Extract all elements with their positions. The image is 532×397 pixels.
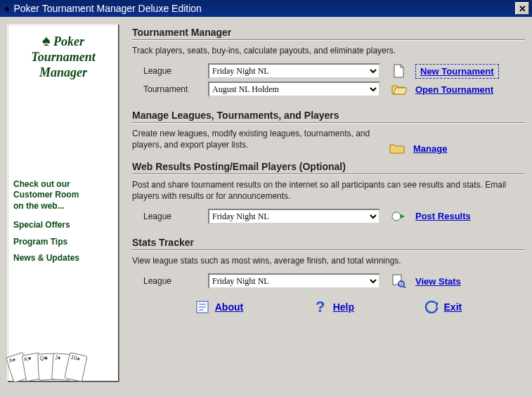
- logo-text-2: Tournament: [31, 50, 95, 64]
- stats-league-select[interactable]: Friday Night NL: [208, 273, 380, 289]
- section-title-manage: Manage Leagues, Tournaments, and Players: [132, 110, 525, 121]
- tournament-label: Tournament: [143, 84, 208, 94]
- post-results-icon: [390, 210, 408, 223]
- web-results-league-select[interactable]: Friday Night NL: [208, 209, 380, 224]
- post-results-link[interactable]: Post Results: [415, 211, 471, 221]
- spade-icon: ♠: [4, 3, 9, 14]
- playing-cards-image: A♠ K♥ Q♣ J♦ 10♠: [13, 348, 113, 377]
- web-results-desc: Post and share tournament results on the…: [132, 179, 525, 202]
- section-title-stats: Stats Tracker: [132, 237, 525, 248]
- league-label: League: [143, 66, 208, 76]
- about-icon: [195, 300, 209, 314]
- manage-link[interactable]: Manage: [413, 143, 447, 154]
- svg-line-3: [403, 286, 406, 288]
- sidebar: ♠ Poker Tournament Manager Check out our…: [7, 24, 119, 382]
- exit-link[interactable]: Exit: [444, 301, 462, 313]
- section-title-web-results: Web Results Posting/Email Players (Optio…: [132, 161, 525, 172]
- divider: [132, 122, 525, 124]
- divider: [132, 249, 525, 251]
- divider: [132, 174, 525, 175]
- stats-desc: View league stats such as most wins, ave…: [132, 255, 525, 266]
- logo-text-1: Poker: [53, 34, 84, 48]
- svg-rect-1: [393, 275, 401, 285]
- manage-desc: Create new leagues, modify existing leag…: [132, 128, 378, 150]
- window-title: Poker Tournament Manager Deluxe Edition: [13, 3, 515, 14]
- section-title-tournament-manager: Tournament Manager: [132, 27, 525, 38]
- about-link[interactable]: About: [215, 301, 243, 313]
- title-bar: ♠ Poker Tournament Manager Deluxe Editio…: [0, 0, 532, 17]
- help-icon: ?: [313, 300, 327, 314]
- help-link[interactable]: Help: [333, 301, 354, 313]
- app-logo: ♠ Poker Tournament Manager: [13, 32, 113, 81]
- sidebar-link-tips[interactable]: Program Tips: [13, 235, 113, 249]
- sidebar-link-news[interactable]: News & Updates: [13, 252, 113, 265]
- footer-links: About ? Help Exit: [132, 292, 525, 314]
- svg-point-0: [392, 212, 401, 221]
- folder-icon: [388, 142, 406, 155]
- new-document-icon: [390, 64, 408, 78]
- exit-icon: [424, 300, 439, 314]
- sidebar-link-offers[interactable]: Special Offers: [13, 219, 113, 232]
- logo-text-3: Manager: [39, 65, 87, 79]
- spade-icon: ♠: [42, 32, 51, 50]
- view-stats-icon: [390, 274, 408, 288]
- league-label: League: [143, 211, 208, 221]
- tournament-manager-desc: Track players, seats, buy-ins, calculate…: [132, 45, 525, 56]
- view-stats-link[interactable]: View Stats: [415, 276, 461, 287]
- close-button[interactable]: ✕: [515, 2, 529, 15]
- sidebar-intro: Check out our Customer Room on the web..…: [13, 179, 113, 212]
- tournament-select[interactable]: August NL Holdem: [208, 82, 380, 97]
- new-tournament-link[interactable]: New Tournament: [415, 64, 499, 79]
- open-tournament-link[interactable]: Open Tournament: [415, 84, 493, 95]
- divider: [132, 39, 525, 41]
- open-folder-icon: [390, 83, 408, 96]
- league-select[interactable]: Friday Night NL: [208, 63, 380, 79]
- league-label: League: [143, 276, 208, 286]
